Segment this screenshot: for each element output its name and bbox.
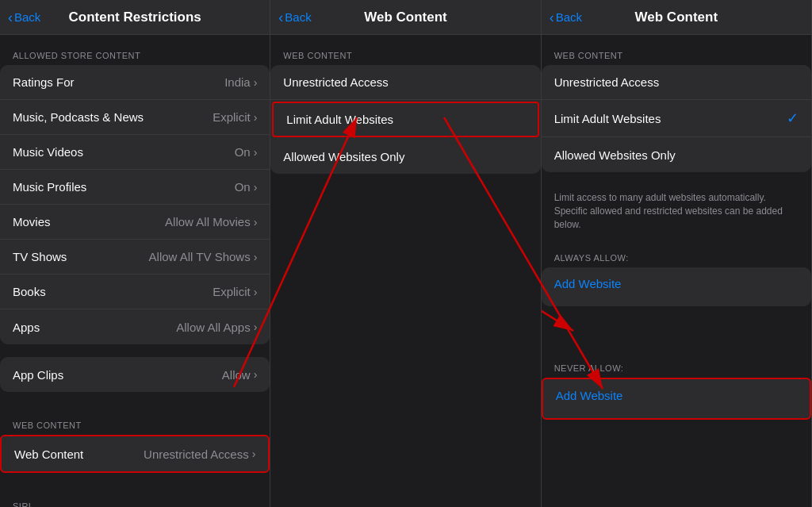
panel3-allowed-websites-label: Allowed Websites Only [554,148,676,162]
ratings-value: India › [224,75,257,89]
add-website-always-label: Add Website [554,277,622,290]
section-header-web-content: WEB CONTENT [0,405,270,435]
music-videos-value: On › [235,145,258,159]
add-website-never-label: Add Website [556,389,623,402]
chevron-left-icon-2: ‹ [278,10,283,25]
books-label: Books [13,285,46,298]
list-item-music-podcasts[interactable]: Music, Podcasts & News Explicit › [0,100,270,135]
app-clips-value: Allow › [222,368,258,382]
panel2-limit-adult[interactable]: Limit Adult Websites [272,102,538,137]
always-allow-group: Add Website [542,267,811,306]
back-label-3: Back [556,10,582,24]
panel1-content: ALLOWED STORE CONTENT Ratings For India … [0,35,270,507]
add-website-never-allow[interactable]: Add Website [543,379,810,412]
apps-label: Apps [13,321,40,334]
back-button-2[interactable]: ‹ Back [278,10,311,25]
arrow-spacer [542,319,811,351]
chevron-left-icon-3: ‹ [550,10,554,25]
nav-title-1: Content Restrictions [69,10,201,25]
panel-web-content-middle: ‹ Back Web Content WEB CONTENT Unrestric… [270,0,541,507]
never-allow-group: Add Website [542,378,811,420]
back-button-1[interactable]: ‹ Back [8,10,40,25]
panel2-content: WEB CONTENT Unrestricted Access Limit Ad… [270,35,540,507]
ratings-label: Ratings For [13,75,75,89]
tv-shows-value: Allow All TV Shows › [149,250,258,263]
app-clips-group: App Clips Allow › [0,357,270,392]
checkmark-icon: ✓ [787,109,799,127]
panel3-allowed-websites[interactable]: Allowed Websites Only [542,137,811,172]
chevron-icon: › [254,76,258,89]
music-videos-label: Music Videos [13,145,83,159]
list-item-app-clips[interactable]: App Clips Allow › [0,357,270,392]
never-allow-header: NEVER ALLOW: [542,351,811,378]
tv-shows-label: TV Shows [13,250,67,263]
panel3-section-header: WEB CONTENT [542,35,811,65]
chevron-left-icon-1: ‹ [8,10,13,25]
chevron-icon: › [254,111,258,124]
music-profiles-value: On › [235,180,258,194]
back-label-2: Back [285,10,311,24]
chevron-icon: › [254,216,258,229]
music-profiles-label: Music Profiles [13,180,86,194]
chevron-icon: › [254,286,258,298]
books-value: Explicit › [213,285,257,298]
panel2-unrestricted-label: Unrestricted Access [283,75,389,89]
panel3-limit-adult[interactable]: Limit Adult Websites ✓ [542,100,811,137]
list-item-music-profiles[interactable]: Music Profiles On › [0,170,270,205]
list-item-books[interactable]: Books Explicit › [0,275,270,309]
web-content-value: Unrestricted Access › [144,447,255,461]
add-website-always-allow[interactable]: Add Website [542,267,811,300]
panel-content-restrictions: ‹ Back Content Restrictions ALLOWED STOR… [0,0,270,507]
nav-bar-3: ‹ Back Web Content [542,0,811,35]
list-item-web-content[interactable]: Web Content Unrestricted Access › [2,436,268,471]
web-content-group: Web Content Unrestricted Access › [0,435,270,473]
panel2-unrestricted-access[interactable]: Unrestricted Access [270,65,540,100]
music-podcasts-value: Explicit › [213,110,257,124]
nav-bar-2: ‹ Back Web Content [270,0,540,35]
list-item-tv-shows[interactable]: TV Shows Allow All TV Shows › [0,240,270,275]
chevron-icon: › [254,146,258,159]
chevron-icon: › [254,321,258,333]
panel-web-content-right: ‹ Back Web Content WEB CONTENT Unrestric… [542,0,812,507]
chevron-icon: › [254,251,258,263]
list-item-apps[interactable]: Apps Allow All Apps › [0,309,270,344]
panel2-limit-adult-label: Limit Adult Websites [286,113,393,126]
movies-label: Movies [13,215,51,229]
chevron-icon: › [254,368,258,381]
nav-bar-1: ‹ Back Content Restrictions [0,0,270,35]
panel3-unrestricted-label: Unrestricted Access [554,75,660,89]
back-label-1: Back [14,10,40,24]
nav-title-3: Web Content [635,10,718,25]
back-button-3[interactable]: ‹ Back [550,10,582,25]
movies-value: Allow All Movies › [165,215,257,229]
panel2-allowed-websites-label: Allowed Websites Only [283,150,404,163]
panel3-limit-adult-label: Limit Adult Websites [554,112,661,125]
panel3-web-content-group: Unrestricted Access Limit Adult Websites… [542,65,811,172]
chevron-icon: › [252,447,256,460]
panel3-description: Limit access to many adult websites auto… [542,185,811,240]
chevron-icon: › [254,181,258,194]
app-clips-label: App Clips [13,368,63,382]
nav-title-2: Web Content [364,10,447,25]
always-allow-header: ALWAYS ALLOW: [542,240,811,267]
panel3-unrestricted-access[interactable]: Unrestricted Access [542,65,811,100]
allowed-store-group: Ratings For India › Music, Podcasts & Ne… [0,65,270,344]
list-item-movies[interactable]: Movies Allow All Movies › [0,205,270,240]
section-header-allowed-store: ALLOWED STORE CONTENT [0,35,270,65]
panel2-section-header: WEB CONTENT [270,35,540,65]
list-item-music-videos[interactable]: Music Videos On › [0,135,270,170]
music-podcasts-label: Music, Podcasts & News [13,110,144,124]
panel3-content: WEB CONTENT Unrestricted Access Limit Ad… [542,35,811,507]
web-content-label: Web Content [14,447,83,461]
panel2-allowed-websites[interactable]: Allowed Websites Only [270,139,540,174]
apps-value: Allow All Apps › [176,321,257,334]
section-header-siri: SIRI [0,486,270,507]
panel2-web-content-group: Unrestricted Access Limit Adult Websites… [270,65,540,174]
list-item-ratings[interactable]: Ratings For India › [0,65,270,100]
